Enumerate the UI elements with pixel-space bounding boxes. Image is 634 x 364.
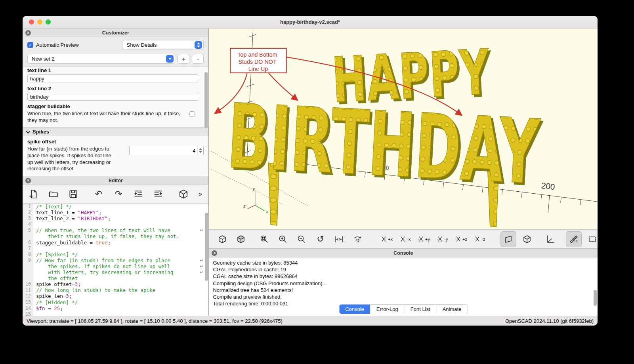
editor-scrollbar[interactable] <box>205 213 208 281</box>
reset-view-button[interactable]: ↺ <box>312 231 328 247</box>
open-folder-icon <box>48 189 59 199</box>
close-console-icon[interactable]: × <box>212 250 217 256</box>
title-bar[interactable]: happy-birthday-v2.scad* <box>23 16 598 29</box>
chevron-down-icon <box>26 129 30 133</box>
status-bar: Viewport: translate = [ 106.05 27.59 9.8… <box>23 316 598 326</box>
code-row: the spikes. If spikes do not line up wel… <box>23 263 208 269</box>
orthographic-view-button[interactable] <box>519 231 535 247</box>
console-line: Geometry cache size in bytes: 85344 <box>213 259 594 266</box>
right-panel: 0 200 y x z <box>209 29 598 316</box>
rotate-45-button[interactable]: 45 <box>349 231 365 247</box>
view-plus-z-button[interactable]: +z <box>453 231 469 247</box>
close-customizer-icon[interactable]: × <box>25 30 31 36</box>
zoom-in-button[interactable] <box>275 231 291 247</box>
zoom-window-button[interactable] <box>46 19 51 25</box>
corner-axes-icon <box>546 234 555 244</box>
spike-offset-label: spike offset <box>27 139 204 145</box>
svg-text:10: 10 <box>337 238 341 241</box>
svg-text:45: 45 <box>355 238 359 242</box>
3d-viewport[interactable]: 0 200 y x z <box>209 29 598 230</box>
magnifier-box-icon <box>260 234 269 244</box>
automatic-preview-checkbox[interactable] <box>27 42 33 48</box>
ruler-icon: 10 <box>569 234 579 244</box>
indent-button[interactable] <box>151 187 165 201</box>
unindent-button[interactable] <box>131 187 145 201</box>
version-text: OpenSCAD 2024.11.10 (git 6f5932feb) <box>505 318 594 324</box>
close-window-button[interactable] <box>29 19 34 25</box>
preset-remove-button[interactable]: - <box>192 54 204 64</box>
render-preview-button[interactable] <box>214 231 230 247</box>
step-up-icon[interactable] <box>199 148 202 150</box>
axis-star-icon <box>380 236 387 242</box>
view-plus-y-button[interactable]: +y <box>416 231 432 247</box>
open-file-button[interactable] <box>46 187 61 201</box>
spike-offset-input[interactable] <box>130 147 197 154</box>
viewport-status-text: Viewport: translate = [ 106.05 27.59 9.8… <box>27 318 283 324</box>
new-file-button[interactable] <box>27 187 41 201</box>
measure-distance-button[interactable]: 10 <box>566 231 582 247</box>
text-line-2-input[interactable] <box>27 93 198 101</box>
close-editor-icon[interactable]: × <box>25 178 31 183</box>
code-row: 9// How far (in studs) from the edges to… <box>23 257 208 263</box>
zoom-in-icon <box>278 234 288 244</box>
console-scrollbar[interactable] <box>594 290 597 306</box>
console-header: × Console <box>209 249 598 257</box>
customizer-scrollbar[interactable] <box>204 72 208 128</box>
details-dropdown[interactable]: Show Details <box>122 40 204 50</box>
redo-button[interactable]: ↷ <box>111 187 126 201</box>
preset-dropdown[interactable]: New set 2 <box>27 54 175 64</box>
render-solid-button[interactable] <box>233 231 249 247</box>
zoom-out-button[interactable] <box>294 231 309 247</box>
editor-panel: × Editor ↶ ↷ <box>23 176 208 316</box>
save-file-button[interactable] <box>66 187 80 201</box>
redo-icon: ↷ <box>115 190 122 198</box>
spikes-section-label: Spikes <box>32 129 49 135</box>
render-button[interactable] <box>176 187 191 201</box>
solid-cube-icon <box>236 234 246 244</box>
customizer-parameters: text line 1 text line 2 stagger buildabl… <box>23 66 208 176</box>
console-tab-error-log[interactable]: Error-Log <box>370 305 405 314</box>
center-view-button[interactable] <box>542 231 558 247</box>
code-area[interactable]: 1/* [Text] */2text_line_1 = "HAPPY";3tex… <box>23 204 208 316</box>
unindent-icon <box>133 189 143 199</box>
view-all-button[interactable] <box>256 231 272 247</box>
axis-star-icon <box>399 236 406 242</box>
view-minus-z-button[interactable]: -z <box>472 231 487 247</box>
stepper-arrows[interactable] <box>197 146 203 155</box>
view-minus-x-button[interactable]: -x <box>397 231 413 247</box>
toolbar-overflow-button[interactable]: » <box>196 190 204 198</box>
console-panel: × Console Geometry cache size in bytes: … <box>209 249 598 316</box>
stagger-buildable-checkbox[interactable] <box>189 111 195 117</box>
text-line-1-input[interactable] <box>27 74 198 82</box>
traffic-lights <box>29 19 51 25</box>
diagonal-view-button[interactable] <box>500 231 516 247</box>
preset-add-button[interactable]: + <box>178 54 189 64</box>
console-tab-font-list[interactable]: Font List <box>405 305 437 314</box>
console-tab-console[interactable]: Console <box>339 305 370 314</box>
stagger-buildable-description: When true, the two lines of text will ha… <box>27 111 189 124</box>
openscad-window: happy-birthday-v2.scad* × Customizer Aut… <box>23 16 598 326</box>
undo-button[interactable]: ↶ <box>92 187 106 201</box>
step-down-icon[interactable] <box>199 151 202 153</box>
console-tab-animate[interactable]: Animate <box>437 305 468 314</box>
line-wrap-icon: ↵ <box>200 227 203 233</box>
save-icon <box>68 189 78 199</box>
code-row: with letters, try decreasing or increasi… <box>23 269 208 275</box>
view-plus-x-button[interactable]: +x <box>378 231 394 247</box>
minimize-window-button[interactable] <box>37 19 42 25</box>
view-distance-button[interactable]: 10 <box>331 231 347 247</box>
measure-area-button[interactable] <box>584 231 598 247</box>
axis-star-icon <box>437 236 443 242</box>
axis-star-icon <box>474 236 481 242</box>
zoom-out-icon <box>297 234 306 244</box>
code-row: 2text_line_1 = "HAPPY"; <box>23 210 208 215</box>
console-line: Compile and preview finished. <box>213 293 594 300</box>
view-minus-y-button[interactable]: -y <box>434 231 450 247</box>
spikes-section-header[interactable]: Spikes <box>23 127 208 136</box>
code-row: 5// When true, the two lines of text wil… <box>23 227 208 233</box>
editor-toolbar: ↶ ↷ » <box>23 185 208 204</box>
code-row: the offset <box>23 275 208 281</box>
svg-text:x: x <box>266 209 269 214</box>
code-row: 1/* [Text] */ <box>23 204 208 210</box>
dashed-rect-icon <box>588 234 597 244</box>
